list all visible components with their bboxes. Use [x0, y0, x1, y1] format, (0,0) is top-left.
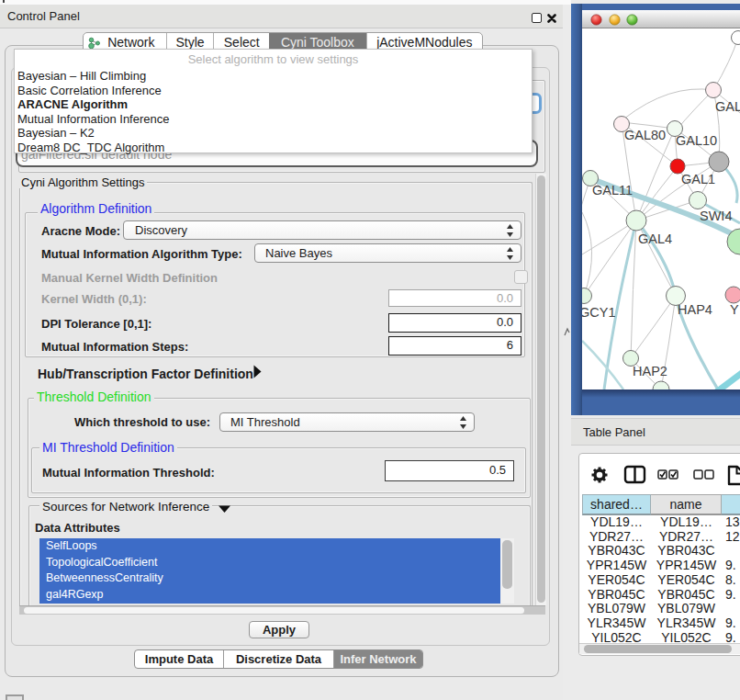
svg-text:GAL1: GAL1	[681, 172, 715, 186]
svg-text:GCY1: GCY1	[582, 305, 616, 320]
svg-text:GAL10: GAL10	[676, 133, 717, 148]
svg-text:GAL80: GAL80	[624, 128, 666, 142]
svg-text:GAL11: GAL11	[592, 183, 633, 198]
svg-text:HAP4: HAP4	[678, 302, 712, 317]
svg-text:GAL: GAL	[715, 99, 740, 114]
svg-text:HAP2: HAP2	[633, 364, 667, 378]
svg-text:GAL4: GAL4	[638, 231, 672, 246]
svg-text:Y: Y	[730, 302, 739, 317]
svg-text:SWI4: SWI4	[700, 209, 732, 223]
